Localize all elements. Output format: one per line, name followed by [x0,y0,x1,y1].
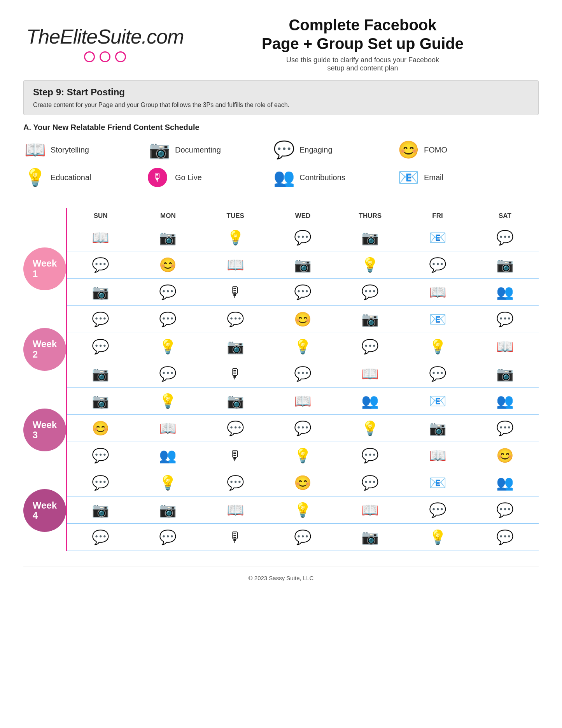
engaging-icon: 💬 [272,141,296,158]
cell-w4-r1-fri: 📧 [404,472,471,494]
header-wed: WED [269,208,336,224]
cell-w3-r2-tue: 💬 [202,417,269,440]
cell-w3-r3-fri: 📖 [404,444,471,467]
cell-w3-r1-thu: 👥 [336,390,404,412]
cell-w3-r1-sat: 👥 [471,390,539,412]
step-title: Step 9: Start Posting [33,87,529,98]
table-row: 📷 💬 🎙 💬 💬 📖 👥 [67,279,539,306]
cell-w3-r1-wed: 📖 [269,390,336,412]
legend-item-documenting: 📷 Documenting [148,141,272,158]
week-4-wrapper: Week4 [23,470,66,551]
cell-w4-r2-sun: 📷 [67,499,134,521]
cell-w4-r2-wed: 💡 [269,499,336,521]
cell-w2-r2-sat: 📖 [471,335,539,358]
cell-w3-r2-fri: 📷 [404,417,471,440]
golive-label: Go Live [175,173,202,182]
cell-w4-r3-wed: 💬 [269,526,336,549]
cell-w1-r3-fri: 📖 [404,281,471,303]
cell-w4-r2-sat: 💬 [471,499,539,521]
cell-w4-r3-tue: 🎙 [202,526,269,549]
cell-w1-r3-mon: 💬 [134,281,201,303]
week-1-rows: 📖 📷 💡 💬 📷 📧 💬 💬 😊 📖 📷 💡 💬 📷 📷 💬 [67,224,539,306]
cell-w3-r2-thu: 💡 [336,417,404,440]
logo-dot-1 [84,51,95,62]
cell-w4-r1-mon: 💡 [134,472,201,494]
cell-w2-r3-tue: 🎙 [202,363,269,385]
calendar-wrapper: Week1 Week2 Week3 Week4 SUN MON TUES WED… [23,208,539,551]
cell-w1-r1-wed: 💬 [269,226,336,249]
legend-item-email: 📧 Email [397,168,521,187]
cell-w3-r2-sun: 😊 [67,417,134,440]
cell-w2-r1-mon: 💬 [134,308,201,331]
cell-w2-r1-wed: 😊 [269,308,336,331]
cell-w1-r3-wed: 💬 [269,281,336,303]
cell-w4-r2-fri: 💬 [404,499,471,521]
table-row: 💬 💬 🎙 💬 📷 💡 💬 [67,524,539,551]
week-3-circle: Week3 [23,409,66,451]
cell-w1-r2-mon: 😊 [134,254,201,276]
cell-w1-r2-wed: 📷 [269,254,336,276]
cell-w2-r1-tue: 💬 [202,308,269,331]
logo-dot-2 [100,51,110,62]
cell-w3-r2-mon: 📖 [134,417,201,440]
calendar-header-row: SUN MON TUES WED THURS FRI SAT [67,208,539,224]
step-description: Create content for your Page and your Gr… [33,102,529,109]
documenting-label: Documenting [175,146,221,154]
email-icon: 📧 [397,169,420,186]
table-row: 📖 📷 💡 💬 📷 📧 💬 [67,224,539,251]
cell-w3-r3-mon: 👥 [134,444,201,467]
cell-w2-r2-thu: 💬 [336,335,404,358]
cell-w4-r1-thu: 💬 [336,472,404,494]
cell-w4-r2-thu: 📖 [336,499,404,521]
legend-item-contributions: 👥 Contributions [272,168,397,187]
cell-w2-r2-sun: 💬 [67,335,134,358]
cell-w1-r2-fri: 💬 [404,254,471,276]
legend-item-storytelling: 📖 Storytelling [23,141,148,158]
cell-w2-r1-sun: 💬 [67,308,134,331]
cell-w2-r3-thu: 📖 [336,363,404,385]
cell-w1-r3-sun: 📷 [67,281,134,303]
golive-icon: 🎙 [148,168,171,187]
cell-w1-r2-tue: 📖 [202,254,269,276]
weeks-column: Week1 Week2 Week3 Week4 [23,208,66,551]
cell-w1-r2-thu: 💡 [336,254,404,276]
table-row: 📷 💡 📷 📖 👥 📧 👥 [67,388,539,415]
table-row: 💬 💡 💬 😊 💬 📧 👥 [67,469,539,496]
cell-w3-r1-sun: 📷 [67,390,134,412]
logo-text: TheEliteSuite.com [26,26,184,48]
storytelling-label: Storytelling [51,146,89,154]
page-title: Complete FacebookPage + Group Set up Gui… [187,16,539,53]
logo-dot-3 [115,51,126,62]
storytelling-icon: 📖 [23,141,47,158]
cell-w2-r2-wed: 💡 [269,335,336,358]
table-row: 💬 😊 📖 📷 💡 💬 📷 [67,251,539,279]
footer-text: © 2023 Sassy Suite, LLC [249,575,314,581]
cell-w2-r3-fri: 💬 [404,363,471,385]
cell-w4-r3-sun: 💬 [67,526,134,549]
cell-w2-r2-tue: 📷 [202,335,269,358]
cell-w1-r2-sun: 💬 [67,254,134,276]
cell-w3-r2-sat: 💬 [471,417,539,440]
legend-item-educational: 💡 Educational [23,168,148,187]
cell-w2-r2-mon: 💡 [134,335,201,358]
week-spacer [23,208,66,228]
cell-w1-r1-fri: 📧 [404,226,471,249]
header-sat: SAT [471,208,539,224]
week-3-rows: 📷 💡 📷 📖 👥 📧 👥 😊 📖 💬 💬 💡 📷 💬 💬 👥 [67,388,539,469]
email-label: Email [424,173,443,182]
legend-item-fomo: 😊 FOMO [397,141,521,158]
week-4-circle: Week4 [23,489,66,532]
cell-w3-r3-thu: 💬 [336,444,404,467]
cell-w1-r3-sat: 👥 [471,281,539,303]
table-row: 📷 📷 📖 💡 📖 💬 💬 [67,496,539,524]
table-row: 💬 👥 🎙 💡 💬 📖 😊 [67,442,539,469]
header-sun: SUN [67,208,134,224]
week-2-rows: 💬 💬 💬 😊 📷 📧 💬 💬 💡 📷 💡 💬 💡 📖 📷 💬 [67,306,539,388]
cell-w2-r2-fri: 💡 [404,335,471,358]
engaging-label: Engaging [299,146,333,154]
legend-item-engaging: 💬 Engaging [272,141,397,158]
cell-w4-r2-mon: 📷 [134,499,201,521]
cell-w1-r1-tue: 💡 [202,226,269,249]
calendar-grid: SUN MON TUES WED THURS FRI SAT 📖 📷 💡 💬 📷… [66,208,539,551]
cell-w4-r3-fri: 💡 [404,526,471,549]
